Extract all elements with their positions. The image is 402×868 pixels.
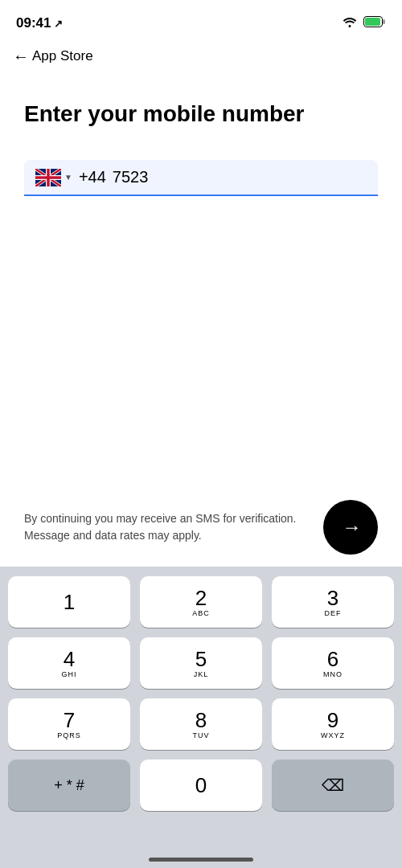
key-symbols[interactable]: + * # [8, 760, 130, 811]
home-indicator [149, 858, 253, 862]
key-3[interactable]: 3 DEF [272, 576, 394, 628]
country-selector[interactable]: ▼ [35, 169, 72, 186]
status-time: 09:41 ↗ [16, 15, 63, 31]
keyboard: 1 2 ABC 3 DEF 4 GHI 5 JKL 6 MNO 7 PQRS 8 [0, 567, 402, 868]
keyboard-grid: 1 2 ABC 3 DEF 4 GHI 5 JKL 6 MNO 7 PQRS 8 [5, 576, 397, 811]
status-right-icons [343, 16, 386, 31]
phone-input-container[interactable]: ▼ +44 [24, 160, 378, 196]
key-9[interactable]: 9 WXYZ [272, 698, 394, 750]
chevron-down-icon: ▼ [64, 173, 72, 182]
back-button[interactable]: ← App Store [13, 48, 93, 64]
key-0[interactable]: 0 [140, 760, 262, 811]
key-2[interactable]: 2 ABC [140, 576, 262, 628]
battery-icon [363, 16, 386, 31]
nav-bar: ← App Store [0, 40, 402, 76]
svg-rect-1 [365, 18, 380, 26]
wifi-icon [343, 16, 357, 31]
back-label: App Store [32, 48, 93, 64]
bottom-section: By continuing you may receive an SMS for… [24, 500, 378, 555]
continue-button[interactable]: → [323, 500, 378, 555]
key-8[interactable]: 8 TUV [140, 698, 262, 750]
svg-rect-2 [383, 19, 385, 24]
key-1[interactable]: 1 [8, 576, 130, 628]
key-6[interactable]: 6 MNO [272, 637, 394, 689]
country-code-label: +44 [79, 168, 106, 186]
status-bar: 09:41 ↗ [0, 0, 402, 40]
disclaimer-text: By continuing you may receive an SMS for… [24, 510, 307, 544]
uk-flag-icon [35, 169, 61, 186]
location-icon: ↗ [54, 18, 63, 30]
arrow-right-icon: → [343, 518, 362, 537]
main-content: Enter your mobile number ▼ +44 [0, 76, 402, 196]
page-title: Enter your mobile number [24, 100, 378, 128]
time-label: 09:41 [16, 15, 51, 31]
key-5[interactable]: 5 JKL [140, 637, 262, 689]
key-delete[interactable]: ⌫ [272, 760, 394, 811]
phone-number-input[interactable] [113, 168, 367, 186]
delete-icon: ⌫ [322, 776, 344, 795]
key-4[interactable]: 4 GHI [8, 637, 130, 689]
back-arrow-icon: ← [13, 48, 29, 64]
key-7[interactable]: 7 PQRS [8, 698, 130, 750]
